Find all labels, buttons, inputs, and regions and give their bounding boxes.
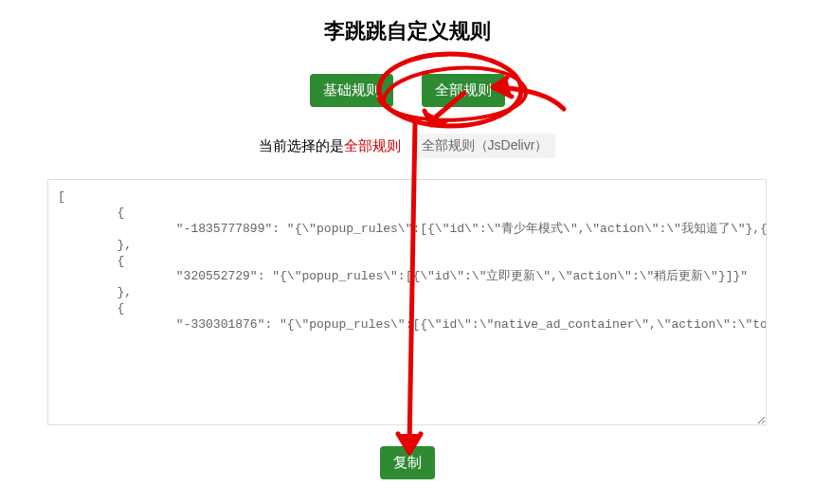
current-selection-row: 当前选择的是全部规则 全部规则（JsDelivr） [0,134,814,158]
variant-badge[interactable]: 全部规则（JsDelivr） [414,134,556,158]
all-rules-button[interactable]: 全部规则 [422,74,505,107]
current-selection-label: 当前选择的是全部规则 [259,137,401,155]
copy-button[interactable]: 复制 [380,446,435,479]
rules-textarea[interactable] [47,179,767,425]
page-title: 李跳跳自定义规则 [0,17,814,45]
rules-type-buttons: 基础规则 全部规则 [0,74,814,107]
current-selection-prefix: 当前选择的是 [259,137,344,153]
current-selection-value: 全部规则 [344,137,401,153]
basic-rules-button[interactable]: 基础规则 [310,74,393,107]
